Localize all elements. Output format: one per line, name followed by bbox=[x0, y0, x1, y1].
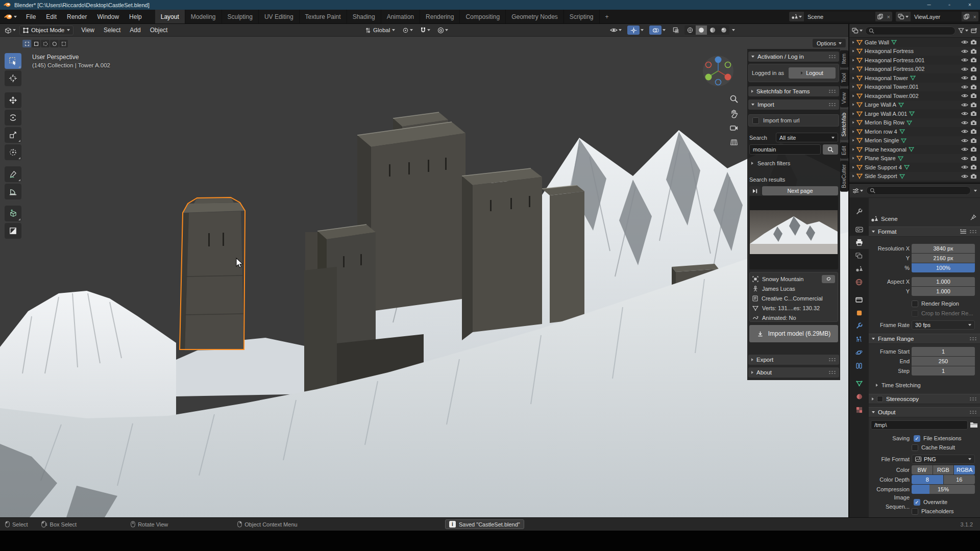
outliner-item[interactable]: Hexagonal Tower bbox=[849, 73, 980, 83]
time-stretching-toggle[interactable]: Time Stretching bbox=[876, 381, 921, 390]
tab-view-layer[interactable] bbox=[849, 249, 869, 262]
panel-export-header[interactable]: Export bbox=[748, 355, 839, 365]
tool-select-box[interactable] bbox=[5, 53, 21, 69]
expand-arrow-icon[interactable] bbox=[852, 41, 854, 43]
sidebar-tab[interactable]: Item bbox=[840, 50, 848, 67]
options-button[interactable]: Options bbox=[813, 39, 846, 47]
outliner-item[interactable]: Merlon row 4 bbox=[849, 127, 980, 136]
expand-arrow-icon[interactable] bbox=[852, 50, 854, 53]
add-workspace-button[interactable]: + bbox=[600, 10, 615, 23]
outliner-filter-button[interactable] bbox=[958, 28, 968, 34]
outliner-item[interactable]: Side Support 4 bbox=[849, 163, 980, 172]
disable-render-camera-icon[interactable] bbox=[970, 66, 977, 72]
save-toast[interactable]: i Saved "CastleSet.blend" bbox=[445, 519, 524, 529]
disable-render-camera-icon[interactable] bbox=[970, 156, 977, 161]
disable-render-camera-icon[interactable] bbox=[970, 111, 977, 116]
crop-region-checkbox[interactable] bbox=[912, 310, 918, 317]
axis-x-positive[interactable] bbox=[725, 74, 731, 81]
viewport-menu-item[interactable]: Object bbox=[145, 27, 173, 34]
search-filters-toggle[interactable]: Search filters bbox=[748, 160, 839, 166]
proportional-editing-toggle[interactable] bbox=[436, 27, 450, 34]
object-name[interactable]: Merlon row 4 bbox=[865, 129, 897, 135]
tab-texture[interactable] bbox=[849, 403, 869, 416]
sidebar-tab[interactable]: Sketchfab bbox=[840, 109, 848, 140]
workspace-tab[interactable]: Animation bbox=[381, 10, 420, 23]
drag-handle-icon[interactable] bbox=[969, 397, 977, 401]
viewport-menu-item[interactable]: Add bbox=[125, 27, 145, 34]
hide-eye-icon[interactable] bbox=[961, 164, 968, 170]
editor-type-button[interactable] bbox=[3, 27, 17, 34]
outliner-item[interactable]: Gate Wall bbox=[849, 38, 980, 47]
select-mode-circle[interactable] bbox=[41, 40, 50, 47]
workspace-tab[interactable]: Layout bbox=[155, 10, 185, 23]
menu-item[interactable]: Help bbox=[124, 10, 147, 23]
disable-render-camera-icon[interactable] bbox=[970, 164, 977, 170]
scene-browse-button[interactable] bbox=[789, 12, 804, 21]
pan-hand-icon[interactable] bbox=[729, 109, 739, 118]
search-button[interactable] bbox=[823, 144, 838, 155]
expand-arrow-icon[interactable] bbox=[852, 157, 854, 160]
shading-material-button[interactable] bbox=[707, 26, 718, 35]
expand-arrow-icon[interactable] bbox=[852, 175, 854, 178]
outliner-editor-type-button[interactable] bbox=[852, 28, 863, 34]
render-region-checkbox[interactable] bbox=[912, 300, 918, 307]
workspace-tab[interactable]: Texture Paint bbox=[300, 10, 347, 23]
hide-eye-icon[interactable] bbox=[961, 146, 968, 152]
copy-scene-button[interactable] bbox=[875, 12, 885, 21]
axis-z-positive[interactable] bbox=[715, 57, 722, 63]
object-name[interactable]: Hexagonal Fortress.001 bbox=[865, 57, 924, 63]
disable-render-camera-icon[interactable] bbox=[970, 102, 977, 108]
resolution-pct-slider[interactable]: 100% bbox=[912, 263, 975, 272]
disable-render-camera-icon[interactable] bbox=[970, 93, 977, 98]
tab-scene[interactable] bbox=[849, 262, 869, 276]
tool-measure[interactable] bbox=[5, 184, 21, 199]
hide-eye-icon[interactable] bbox=[961, 93, 968, 98]
properties-editor-type-button[interactable] bbox=[852, 188, 863, 194]
outliner-item[interactable]: Hexagonal Fortress.002 bbox=[849, 65, 980, 74]
workspace-tab[interactable]: Sculpting bbox=[222, 10, 259, 23]
cache-result-checkbox[interactable] bbox=[912, 444, 918, 451]
outliner-item[interactable]: Hexagonal Tower.002 bbox=[849, 91, 980, 101]
menu-item[interactable]: Render bbox=[62, 10, 92, 23]
close-button[interactable]: × bbox=[960, 0, 980, 10]
object-name[interactable]: Gate Wall bbox=[865, 39, 889, 45]
disable-render-camera-icon[interactable] bbox=[970, 57, 977, 63]
breadcrumb-scene[interactable]: Scene bbox=[881, 216, 898, 222]
expand-arrow-icon[interactable] bbox=[852, 139, 854, 142]
object-name[interactable]: Large Wall A.001 bbox=[865, 111, 907, 117]
workspace-tab[interactable]: Scripting bbox=[564, 10, 600, 23]
viewport-3d[interactable]: Object Mode ViewSelectAddObject Global bbox=[0, 24, 848, 517]
object-name[interactable]: Side Support 4 bbox=[865, 164, 902, 170]
hide-eye-icon[interactable] bbox=[961, 84, 968, 90]
hide-eye-icon[interactable] bbox=[961, 173, 968, 179]
object-name[interactable]: Hexagonal Tower.001 bbox=[865, 84, 919, 90]
sidebar-tab[interactable]: BoxCutter bbox=[840, 161, 848, 192]
visibility-dropdown[interactable] bbox=[608, 27, 623, 33]
object-name[interactable]: Plane hexagonal bbox=[865, 146, 906, 153]
sidebar-tab[interactable]: Edit bbox=[840, 142, 848, 159]
minimize-button[interactable]: ─ bbox=[919, 0, 939, 10]
copy-viewlayer-button[interactable] bbox=[962, 12, 971, 21]
workspace-tab[interactable]: UV Editing bbox=[259, 10, 300, 23]
frame-rate-dropdown[interactable]: 30 fps bbox=[912, 320, 975, 330]
disable-render-camera-icon[interactable] bbox=[970, 129, 977, 134]
expand-arrow-icon[interactable] bbox=[852, 59, 854, 61]
browse-folder-button[interactable] bbox=[970, 421, 978, 429]
outliner-item[interactable]: Merlon Big Row bbox=[849, 118, 980, 128]
drag-handle-icon[interactable] bbox=[969, 337, 977, 341]
compression-slider[interactable]: 15% bbox=[912, 485, 975, 494]
workspace-tab[interactable]: Modeling bbox=[185, 10, 222, 23]
stereoscopy-checkbox[interactable] bbox=[877, 396, 883, 402]
scene-selector[interactable]: Scene × bbox=[789, 12, 892, 21]
expand-arrow-icon[interactable] bbox=[852, 77, 854, 79]
viewport-menu-item[interactable]: View bbox=[77, 27, 99, 34]
expand-arrow-icon[interactable] bbox=[852, 112, 854, 115]
hide-eye-icon[interactable] bbox=[961, 156, 968, 161]
next-page-button[interactable]: Next page bbox=[762, 186, 838, 195]
hide-eye-icon[interactable] bbox=[961, 111, 968, 116]
menu-item[interactable]: File bbox=[21, 10, 41, 23]
object-name[interactable]: Hexagonal Tower.002 bbox=[865, 93, 919, 99]
properties-options-icon[interactable] bbox=[974, 190, 977, 192]
expand-arrow-icon[interactable] bbox=[852, 148, 854, 151]
workspace-tab[interactable]: Compositing bbox=[460, 10, 506, 23]
